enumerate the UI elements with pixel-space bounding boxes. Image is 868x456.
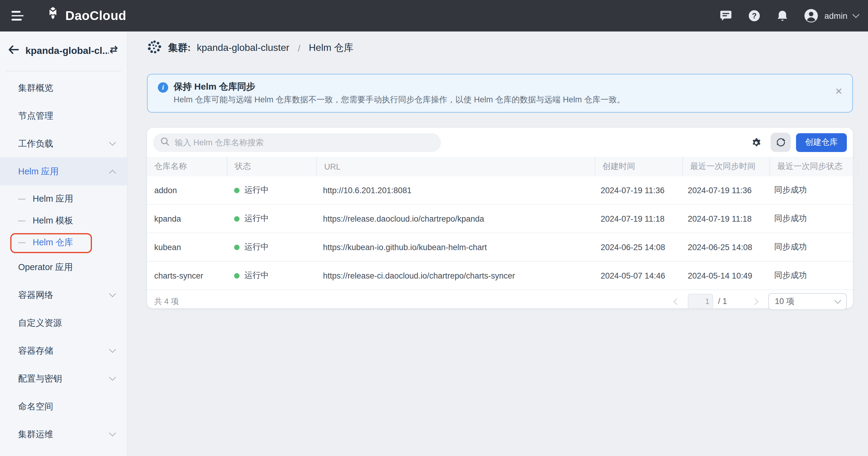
page-size-select[interactable]: 10 项	[768, 293, 847, 310]
topbar: DaoCloud ? admin	[0, 0, 868, 31]
sidebar-item-label: 集群概览	[18, 82, 53, 93]
page-size-chevron-icon	[834, 297, 841, 304]
sync-status-cell: 同步成功	[767, 270, 855, 281]
actions-cell	[855, 240, 862, 254]
sidebar-item-custom-resources[interactable]: 自定义资源	[0, 309, 127, 337]
sidebar-item-container-network[interactable]: 容器网络	[0, 281, 127, 309]
next-page-icon[interactable]	[751, 298, 758, 305]
alert-title: 保持 Helm 仓库同步	[174, 80, 625, 93]
url-cell: https://kubean-io.github.io/kubean-helm-…	[316, 243, 593, 252]
status-text: 运行中	[244, 270, 269, 281]
refresh-sync-button[interactable]	[771, 133, 790, 152]
sidebar-nav: 集群概览节点管理工作负载Helm 应用—Helm 应用—Helm 模板—Helm…	[0, 74, 127, 448]
breadcrumb: 集群: kpanda-global-cluster / Helm 仓库	[147, 39, 853, 57]
repo-name-cell: addon	[147, 186, 227, 195]
sidebar-item-container-storage[interactable]: 容器存储	[0, 337, 127, 365]
sidebar-divider	[6, 71, 121, 72]
avatar	[804, 8, 818, 23]
submenu-dash: —	[18, 216, 25, 225]
switch-cluster-icon[interactable]	[109, 46, 119, 56]
sidebar-item-helm-apps-group[interactable]: Helm 应用	[0, 158, 127, 185]
search-icon	[160, 137, 169, 148]
sidebar-item-helm-templates[interactable]: —Helm 模板	[0, 209, 127, 231]
sidebar-item-helm-apps[interactable]: —Helm 应用	[0, 188, 127, 209]
search-box	[153, 133, 441, 152]
column-header: 最近一次同步时间	[683, 157, 770, 176]
created-time-cell: 2024-07-19 11:18	[593, 214, 681, 223]
sidebar-item-label: 容器网络	[18, 289, 53, 301]
sidebar-item-workloads[interactable]: 工作负载	[0, 130, 127, 158]
sidebar-item-cluster-ops[interactable]: 集群运维	[0, 420, 127, 448]
status-running-dot-icon	[234, 244, 240, 250]
notification-bell-icon[interactable]	[775, 8, 790, 23]
breadcrumb-cluster-value[interactable]: kpanda-global-cluster	[197, 42, 289, 53]
created-time-cell: 2024-06-25 14:08	[593, 243, 681, 252]
status-text: 运行中	[244, 241, 269, 253]
daocloud-logo-icon	[45, 7, 61, 25]
page-number-input[interactable]	[688, 294, 713, 309]
url-cell: http://10.6.201.201:8081	[316, 186, 593, 195]
daocloud-logo[interactable]: DaoCloud	[45, 7, 126, 25]
sidebar-item-namespaces[interactable]: 命名空间	[0, 392, 127, 420]
sidebar-item-label: Helm 模板	[33, 215, 73, 226]
status-running-dot-icon	[234, 273, 240, 278]
svg-text:?: ?	[752, 11, 757, 20]
create-repo-button[interactable]: 创建仓库	[796, 133, 847, 152]
list-toolbar: 创建仓库	[147, 128, 853, 157]
search-input[interactable]	[174, 137, 434, 147]
sidebar-item-label: 集群运维	[18, 428, 53, 440]
total-count: 共 4 项	[154, 296, 179, 307]
alert-close-icon[interactable]: ✕	[835, 87, 843, 96]
topbar-actions: ? admin	[719, 8, 868, 23]
column-header: 最近一次同步状态	[770, 157, 858, 176]
sidebar-item-label: 命名空间	[18, 401, 53, 412]
url-cell: https://release.daocloud.io/chartrepo/kp…	[316, 214, 593, 223]
sidebar: kpanda-global-cl... 集群概览节点管理工作负载Helm 应用—…	[0, 31, 128, 456]
table-row: kpanda运行中https://release.daocloud.io/cha…	[147, 205, 853, 233]
submenu-dash: —	[18, 194, 25, 203]
status-cell: 运行中	[227, 241, 316, 253]
user-menu[interactable]: admin	[804, 8, 858, 23]
breadcrumb-cluster-label: 集群:	[168, 41, 191, 54]
column-header: 状态	[227, 157, 317, 176]
url-cell: https://release-ci.daocloud.io/chartrepo…	[316, 271, 593, 280]
chevron-down-icon	[109, 430, 116, 437]
info-icon: i	[158, 82, 168, 93]
hamburger-menu-icon[interactable]	[11, 11, 25, 21]
last-sync-time-cell: 2024-07-19 11:18	[681, 214, 767, 223]
breadcrumb-separator: /	[298, 43, 300, 53]
breadcrumb-current-page: Helm 仓库	[309, 41, 353, 54]
sidebar-item-label: 自定义资源	[18, 317, 62, 329]
sync-status-cell: 同步成功	[767, 213, 855, 224]
chevron-down-icon	[109, 374, 116, 381]
pagination: / 1 10 项	[675, 293, 847, 310]
message-icon[interactable]	[719, 8, 733, 23]
table-header-row: 仓库名称状态URL创建时间最近一次同步时间最近一次同步状态	[147, 157, 853, 176]
sidebar-item-cluster-overview[interactable]: 集群概览	[0, 74, 127, 102]
sidebar-item-label: Helm 仓库	[33, 236, 73, 248]
cluster-dots-icon	[147, 39, 162, 57]
repo-name-cell: kpanda	[147, 214, 227, 223]
sidebar-item-node-management[interactable]: 节点管理	[0, 102, 127, 130]
repo-name-cell: kubean	[147, 243, 227, 252]
cluster-switcher: kpanda-global-cl...	[0, 39, 127, 63]
table-row: charts-syncer运行中https://release-ci.daocl…	[147, 262, 853, 290]
settings-gear-icon[interactable]	[747, 133, 765, 151]
help-icon[interactable]: ?	[747, 8, 762, 23]
submenu-dash: —	[18, 238, 25, 247]
chevron-down-icon	[109, 290, 116, 297]
previous-page-icon[interactable]	[674, 298, 681, 305]
repo-name-cell: charts-syncer	[147, 271, 227, 280]
sidebar-item-operator-apps[interactable]: Operator 应用	[0, 253, 127, 281]
column-header: URL	[317, 157, 595, 176]
column-header	[858, 157, 866, 176]
sidebar-item-label: 工作负载	[18, 138, 53, 149]
sidebar-item-helm-repos[interactable]: —Helm 仓库	[0, 231, 127, 253]
main-content: 集群: kpanda-global-cluster / Helm 仓库 i 保持…	[128, 31, 868, 456]
created-time-cell: 2024-05-07 14:46	[593, 271, 681, 280]
sidebar-item-label: Operator 应用	[18, 261, 73, 273]
page-total-label: / 1	[718, 297, 727, 306]
sidebar-item-config-secrets[interactable]: 配置与密钥	[0, 365, 127, 392]
back-arrow-icon[interactable]	[8, 46, 19, 56]
status-text: 运行中	[244, 213, 269, 224]
